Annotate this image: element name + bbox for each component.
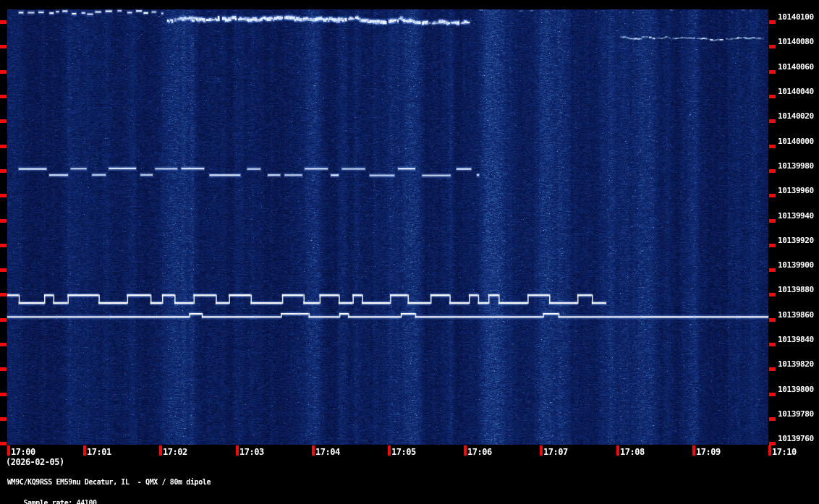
time-tick-label: 17:06 bbox=[467, 447, 492, 457]
freq-tick-label: 10139800 bbox=[778, 385, 814, 394]
freq-tick-label: 10139840 bbox=[778, 335, 814, 344]
freq-tick-label: 10139820 bbox=[778, 359, 814, 369]
freq-tick-label: 10139880 bbox=[778, 285, 814, 294]
time-tick-label: 17:09 bbox=[696, 447, 721, 457]
time-tick-label: 17:08 bbox=[620, 447, 645, 457]
freq-tick-label: 10139900 bbox=[778, 260, 814, 270]
freq-tick-label: 10139860 bbox=[778, 310, 814, 320]
date-annotation: (2026-02-05) bbox=[6, 457, 64, 467]
qrss-grabber-window: 1014010010140080101400601014004010140020… bbox=[0, 0, 819, 504]
freq-tick-label: 10140080 bbox=[778, 37, 814, 46]
freq-tick-label: 10139760 bbox=[778, 434, 814, 443]
time-tick-label: 17:00 bbox=[11, 447, 35, 457]
freq-tick-label: 10139780 bbox=[778, 409, 814, 419]
freq-tick-label: 10140040 bbox=[778, 87, 814, 96]
freq-tick-label: 10139980 bbox=[778, 161, 814, 171]
time-tick-label: 17:07 bbox=[543, 447, 568, 457]
freq-tick-label: 10140100 bbox=[778, 12, 814, 22]
spectrogram-canvas bbox=[0, 0, 819, 504]
freq-tick-label: 10140000 bbox=[778, 137, 814, 146]
freq-tick-label: 10139960 bbox=[778, 186, 814, 195]
time-tick-label: 17:03 bbox=[239, 447, 264, 457]
time-tick-label: 17:02 bbox=[163, 447, 187, 457]
time-tick-label: 17:10 bbox=[772, 447, 797, 457]
time-tick-label: 17:04 bbox=[315, 447, 340, 457]
freq-tick-label: 10140060 bbox=[778, 62, 814, 72]
time-tick-label: 17:05 bbox=[391, 447, 416, 457]
freq-tick-label: 10140020 bbox=[778, 111, 814, 121]
sample-rate-text: Sample rate: 44100 bbox=[23, 499, 96, 504]
freq-tick-label: 10139920 bbox=[778, 236, 814, 245]
time-tick-label: 17:01 bbox=[87, 447, 111, 457]
capture-params-line: Sample rate: 44100 FFTsamples: 131072 Ba… bbox=[7, 491, 206, 504]
freq-tick-label: 10139940 bbox=[778, 211, 814, 221]
station-info-line: WM9C/KQ9RSS EM59nu Decatur, IL - QMX / 8… bbox=[7, 478, 211, 486]
